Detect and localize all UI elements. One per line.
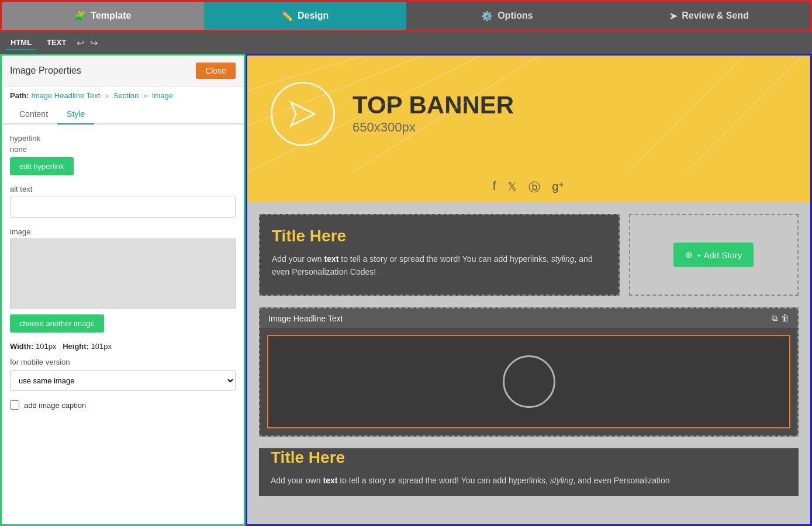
googleplus-icon[interactable]: g⁺ xyxy=(552,179,565,195)
svg-marker-6 xyxy=(291,102,315,126)
tab-design[interactable]: ✏️ Design xyxy=(204,2,406,30)
tab-design-label: Design xyxy=(298,11,329,21)
tab-options-label: Options xyxy=(497,11,533,21)
hyperlink-group: hyperlink none edit hyperlink xyxy=(10,134,236,175)
pencil-icon: ✏️ xyxy=(281,11,293,22)
mobile-label: for mobile version xyxy=(10,358,236,366)
image-dimensions: Width: 101px Height: 101px xyxy=(10,342,236,351)
right-panel: TOP BANNER 650x300px f 𝕏 ⓑ g⁺ Title Here… xyxy=(246,54,812,526)
editor-toolbar: HTML TEXT ↩ ↪ xyxy=(0,32,812,54)
story1-title: Title Here xyxy=(272,227,607,245)
main-area: Image Properties Close Path: Image Headl… xyxy=(0,54,812,526)
html-tab[interactable]: HTML xyxy=(6,36,36,50)
facebook-icon[interactable]: f xyxy=(493,179,496,195)
top-banner: TOP BANNER 650x300px xyxy=(247,56,810,172)
caption-row: add image caption xyxy=(10,400,236,410)
gear-icon: ⚙️ xyxy=(481,11,493,22)
height-label: Height: xyxy=(63,342,89,351)
story1-body: Add your own text to tell a story or spr… xyxy=(272,252,607,279)
image-headline-actions: ⧉ 🗑 xyxy=(772,313,789,323)
close-button[interactable]: Close xyxy=(196,63,236,79)
height-value: 101px xyxy=(91,342,112,351)
send-icon: ➤ xyxy=(669,11,677,22)
image-label: image xyxy=(10,227,236,236)
breadcrumb-image-headline[interactable]: Image Headline Text xyxy=(31,91,100,100)
tab-content[interactable]: Content xyxy=(10,105,57,124)
image-headline-section: Image Headline Text ⧉ 🗑 xyxy=(259,307,799,437)
instagram-icon[interactable]: ⓑ xyxy=(528,179,540,195)
mobile-select[interactable]: use same image use different image xyxy=(10,370,236,391)
story-card-1: Title Here Add your own text to tell a s… xyxy=(259,214,620,296)
image-headline-header: Image Headline Text ⧉ 🗑 xyxy=(260,309,797,328)
social-bar: f 𝕏 ⓑ g⁺ xyxy=(247,172,810,202)
tab-options[interactable]: ⚙️ Options xyxy=(406,2,609,30)
content-area: Title Here Add your own text to tell a s… xyxy=(247,202,810,307)
story-card-2: Title Here Add your own text to tell a s… xyxy=(259,448,799,496)
width-label: Width: xyxy=(10,342,33,351)
hyperlink-value: none xyxy=(10,145,236,154)
image-container xyxy=(260,328,797,435)
caption-checkbox[interactable] xyxy=(10,400,19,410)
placeholder-circle xyxy=(503,355,555,408)
tab-review[interactable]: ➤ Review & Send xyxy=(608,2,810,30)
image-box[interactable] xyxy=(267,335,790,428)
alt-text-label: alt text xyxy=(10,185,236,193)
width-value: 101px xyxy=(36,342,56,351)
tab-template[interactable]: 🧩 Template xyxy=(2,2,204,30)
choose-image-button[interactable]: choose another image xyxy=(10,314,104,333)
story2-title: Title Here xyxy=(271,448,787,467)
breadcrumb-sep2: » xyxy=(143,91,147,100)
banner-dimensions: 650x300px xyxy=(353,120,514,135)
svg-line-4 xyxy=(598,56,744,172)
tab-style[interactable]: Style xyxy=(57,105,94,124)
redo-icon[interactable]: ↪ xyxy=(90,37,98,49)
edit-hyperlink-button[interactable]: edit hyperlink xyxy=(10,157,74,175)
image-group: image choose another image xyxy=(10,227,236,333)
breadcrumb-image[interactable]: Image xyxy=(152,91,173,100)
left-panel: Image Properties Close Path: Image Headl… xyxy=(0,54,246,526)
copy-icon[interactable]: ⧉ xyxy=(772,313,778,323)
add-story-button[interactable]: ⊕ + Add Story xyxy=(673,243,754,267)
send-arrow-icon xyxy=(285,96,320,132)
banner-title: TOP BANNER xyxy=(353,93,514,117)
add-story-box: ⊕ + Add Story xyxy=(629,214,799,296)
image-headline-title: Image Headline Text xyxy=(268,314,343,323)
panel-title: Image Properties xyxy=(10,65,81,76)
content-style-tabs: Content Style xyxy=(2,105,244,124)
top-navigation: 🧩 Template ✏️ Design ⚙️ Options ➤ Review… xyxy=(0,0,812,32)
banner-icon-circle xyxy=(271,82,335,146)
panel-content: hyperlink none edit hyperlink alt text i… xyxy=(2,124,244,419)
add-story-label: + Add Story xyxy=(696,250,742,260)
puzzle-icon: 🧩 xyxy=(74,11,86,22)
undo-icon[interactable]: ↩ xyxy=(77,37,84,49)
twitter-icon[interactable]: 𝕏 xyxy=(507,179,517,195)
plus-circle-icon: ⊕ xyxy=(685,250,693,260)
alt-text-input[interactable] xyxy=(10,196,236,218)
text-tab[interactable]: TEXT xyxy=(42,36,71,50)
banner-text: TOP BANNER 650x300px xyxy=(353,93,514,135)
tab-review-label: Review & Send xyxy=(682,11,749,21)
image-preview xyxy=(10,238,236,309)
tab-template-label: Template xyxy=(91,11,131,21)
alt-text-group: alt text xyxy=(10,185,236,218)
caption-label[interactable]: add image caption xyxy=(24,401,86,410)
delete-icon[interactable]: 🗑 xyxy=(781,313,789,323)
breadcrumb-sep1: » xyxy=(105,91,109,100)
panel-header: Image Properties Close xyxy=(2,56,244,86)
story2-body: Add your own text to tell a story or spr… xyxy=(271,474,787,487)
svg-line-5 xyxy=(656,56,803,172)
breadcrumb: Path: Image Headline Text » Section » Im… xyxy=(2,86,244,105)
breadcrumb-section[interactable]: Section xyxy=(113,91,139,100)
breadcrumb-prefix: Path: xyxy=(10,91,29,100)
hyperlink-label: hyperlink xyxy=(10,134,236,143)
mobile-group: for mobile version use same image use di… xyxy=(10,358,236,391)
